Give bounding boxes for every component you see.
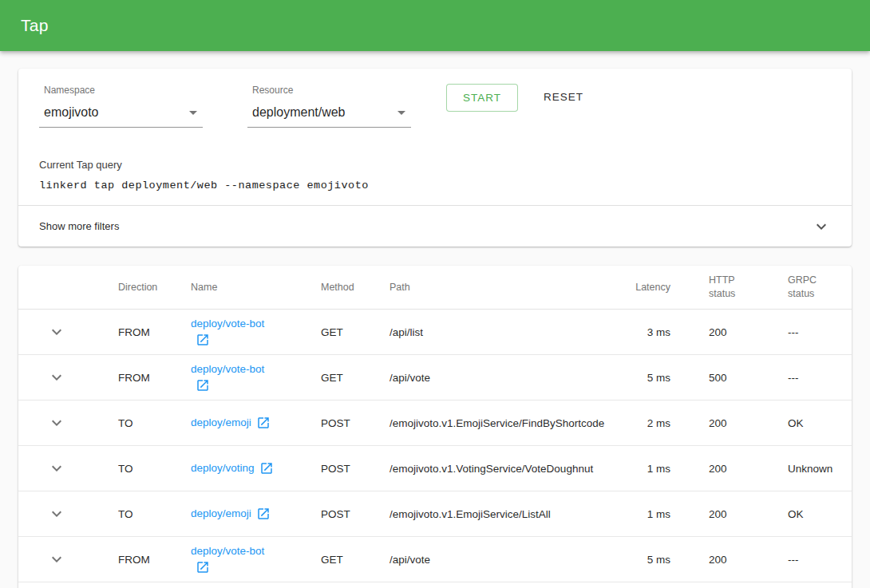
table-row: TO deploy/emoji POST /emojivoto.v1.Emoji…	[18, 491, 852, 537]
open-in-new-icon[interactable]	[196, 378, 210, 393]
latency-column-header: Latency	[598, 282, 690, 293]
chevron-down-icon[interactable]	[812, 217, 831, 236]
dropdown-arrow-icon[interactable]	[184, 103, 203, 122]
path-cell: /api/vote	[371, 372, 598, 384]
latency-cell: 5 ms	[598, 372, 690, 384]
name-column-header: Name	[172, 282, 303, 293]
resource-select[interactable]: Resource deployment/web	[247, 85, 411, 128]
grpc-status-column-header: GRPC status	[769, 274, 852, 301]
direction-column-header: Direction	[100, 282, 172, 293]
tap-form-row: Namespace emojivoto Resource deployment/…	[39, 85, 831, 128]
name-cell: deploy/emoji	[172, 506, 303, 522]
grpc-status-cell: OK	[769, 417, 852, 429]
reset-button[interactable]: RESET	[537, 84, 590, 110]
namespace-value: emojivoto	[44, 105, 98, 120]
path-cell: /emojivoto.v1.VotingService/VoteDoughnut	[371, 463, 598, 475]
path-cell: /emojivoto.v1.EmojiService/FindByShortco…	[371, 417, 598, 429]
open-in-new-icon[interactable]	[196, 560, 210, 574]
grpc-status-cell: ---	[769, 372, 852, 384]
method-cell: POST	[303, 463, 371, 475]
resource-link[interactable]: deploy/voting	[191, 462, 255, 474]
http-status-cell: 200	[690, 554, 769, 566]
path-cell: /emojivoto.v1.EmojiService/ListAll	[371, 508, 598, 520]
resource-link[interactable]: deploy/vote-bot	[191, 363, 264, 375]
name-cell: deploy/vote-bot	[172, 361, 303, 393]
direction-cell: FROM	[100, 372, 172, 384]
latency-cell: 1 ms	[598, 508, 690, 520]
table-row: FROM deploy/vote-bot GET /api/vote 5 ms …	[18, 537, 852, 582]
grpc-status-cell: Unknown	[769, 463, 852, 475]
open-in-new-icon[interactable]	[256, 507, 271, 521]
method-cell: GET	[303, 372, 371, 384]
method-column-header: Method	[303, 282, 371, 293]
expand-row-chevron-icon[interactable]	[47, 459, 66, 478]
page-title: Tap	[21, 16, 49, 35]
direction-cell: TO	[100, 417, 172, 429]
expand-row-chevron-icon[interactable]	[47, 504, 66, 523]
http-status-cell: 200	[690, 463, 769, 475]
grpc-status-cell: OK	[769, 508, 852, 520]
expand-row-chevron-icon[interactable]	[47, 322, 66, 341]
tap-filter-card: Namespace emojivoto Resource deployment/…	[18, 69, 852, 247]
latency-cell: 1 ms	[598, 463, 690, 475]
direction-cell: FROM	[100, 326, 172, 338]
namespace-select[interactable]: Namespace emojivoto	[39, 85, 203, 128]
name-cell: deploy/emoji	[172, 415, 303, 431]
http-status-cell: 200	[690, 326, 769, 338]
start-button[interactable]: START	[446, 84, 518, 112]
table-row: FROM deploy/vote-bot GET /api/list 3 ms …	[18, 310, 852, 355]
expand-row-chevron-icon[interactable]	[47, 368, 66, 387]
dropdown-arrow-icon[interactable]	[392, 103, 411, 122]
resource-label: Resource	[252, 85, 411, 96]
grpc-status-cell: ---	[769, 326, 852, 338]
name-cell: deploy/voting	[172, 460, 303, 476]
table-header-row: Direction Name Method Path Latency HTTP …	[18, 266, 852, 310]
resource-link[interactable]: deploy/vote-bot	[191, 318, 264, 330]
resource-link[interactable]: deploy/emoji	[191, 416, 251, 428]
resource-value: deployment/web	[252, 105, 346, 120]
table-body: FROM deploy/vote-bot GET /api/list 3 ms …	[18, 310, 852, 582]
current-tap-query-value: linkerd tap deployment/web --namespace e…	[39, 180, 831, 205]
method-cell: GET	[303, 554, 371, 566]
open-in-new-icon[interactable]	[196, 333, 210, 347]
resource-link[interactable]: deploy/vote-bot	[191, 545, 264, 557]
table-row: TO deploy/emoji POST /emojivoto.v1.Emoji…	[18, 401, 852, 446]
path-cell: /api/vote	[371, 554, 598, 566]
latency-cell: 2 ms	[598, 417, 690, 429]
http-status-cell: 200	[690, 508, 769, 520]
direction-cell: TO	[100, 463, 172, 475]
name-cell: deploy/vote-bot	[172, 543, 303, 575]
method-cell: GET	[303, 326, 371, 338]
method-cell: POST	[303, 417, 371, 429]
http-status-cell: 200	[690, 417, 769, 429]
latency-cell: 5 ms	[598, 554, 690, 566]
expand-row-chevron-icon[interactable]	[47, 413, 66, 432]
direction-cell: FROM	[100, 554, 172, 566]
show-more-filters-toggle[interactable]: Show more filters	[18, 205, 852, 247]
namespace-label: Namespace	[44, 85, 203, 96]
open-in-new-icon[interactable]	[259, 461, 274, 476]
method-cell: POST	[303, 508, 371, 520]
table-row: FROM deploy/vote-bot GET /api/vote 5 ms …	[18, 355, 852, 401]
name-cell: deploy/vote-bot	[172, 316, 303, 348]
http-status-cell: 500	[690, 372, 769, 384]
direction-cell: TO	[100, 508, 172, 520]
current-tap-query-label: Current Tap query	[39, 159, 831, 171]
show-more-filters-label: Show more filters	[39, 220, 119, 232]
table-row: TO deploy/voting POST /emojivoto.v1.Voti…	[18, 446, 852, 491]
path-cell: /api/list	[371, 326, 598, 338]
grpc-status-cell: ---	[769, 554, 852, 566]
expand-row-chevron-icon[interactable]	[47, 550, 66, 569]
tap-results-card: Direction Name Method Path Latency HTTP …	[18, 266, 852, 588]
app-bar: Tap	[0, 0, 870, 51]
path-column-header: Path	[371, 282, 598, 293]
latency-cell: 3 ms	[598, 326, 690, 338]
http-status-column-header: HTTP status	[690, 274, 769, 301]
main-content: Namespace emojivoto Resource deployment/…	[0, 51, 870, 588]
resource-link[interactable]: deploy/emoji	[191, 507, 251, 519]
open-in-new-icon[interactable]	[256, 416, 271, 430]
